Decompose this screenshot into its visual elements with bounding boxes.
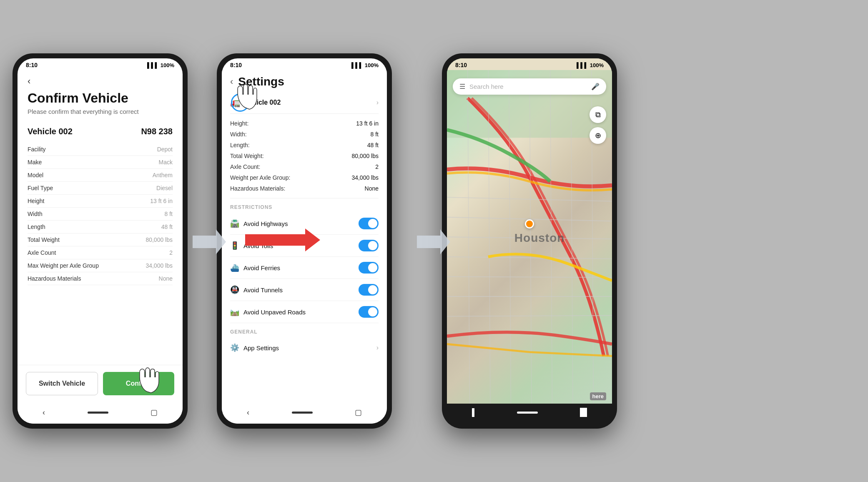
confirm-title: Confirm Vehicle	[28, 91, 173, 105]
mic-icon[interactable]: 🎤	[591, 83, 600, 90]
table-row: Max Weight per Axle Group 34,000 lbs	[28, 259, 173, 272]
status-time-2: 8:10	[230, 62, 242, 68]
phone-nav-1: ‹ ▢	[18, 404, 183, 424]
spec-value-hazmat: None	[365, 185, 379, 192]
table-row: Length 48 ft	[28, 221, 173, 233]
battery-icon-3: 100%	[590, 62, 604, 68]
hand-cursor-2	[233, 83, 263, 112]
nav-home-2	[292, 412, 313, 414]
table-row: Width 8 ft	[28, 208, 173, 221]
label-axle: Axle Count	[28, 249, 56, 256]
table-row: Make Mack	[28, 156, 173, 169]
app-settings-row[interactable]: ⚙️ App Settings ›	[230, 337, 379, 358]
spec-value-axle: 2	[375, 163, 379, 170]
label-avoid-tunnels: Avoid Tunnels	[243, 286, 283, 294]
spec-row-axlegroup: Weight per Axle Group: 34,000 lbs	[230, 172, 379, 183]
spec-row-width: Width: 8 ft	[230, 129, 379, 140]
chevron-appsettings: ›	[376, 344, 379, 351]
label-avoid-highways: Avoid Highways	[243, 220, 288, 227]
value-facility: Depot	[157, 146, 173, 153]
status-icons-3: ▌▌▌ 100%	[577, 62, 604, 68]
map-screen: ☰ Search here 🎤 ⧉ ⊕ Houston here	[447, 58, 612, 404]
map-layers-button[interactable]: ⧉	[590, 106, 606, 123]
nav-back-2[interactable]: ‹	[247, 408, 249, 417]
value-height: 13 ft 6 in	[150, 198, 173, 204]
signal-icon-1: ▌▌▌	[147, 62, 159, 68]
table-row: Model Anthem	[28, 169, 173, 182]
toggle-unpaved-left: 🛤️ Avoid Unpaved Roads	[230, 307, 306, 316]
spec-value-length: 48 ft	[367, 142, 379, 148]
unpaved-icon: 🛤️	[230, 307, 239, 316]
nav-home-1	[88, 412, 108, 414]
confirm-header: ‹ Confirm Vehicle Please confirm that ev…	[18, 70, 183, 118]
label-weight: Total Weight	[28, 236, 60, 243]
scene: 8:10 ▌▌▌ 100% ‹ Confirm Vehicle Please c…	[0, 0, 868, 482]
phone-nav-3: ‹ ▢	[447, 404, 612, 424]
nav-square-1[interactable]: ▢	[151, 408, 158, 417]
nav-square-3[interactable]: ▢	[580, 408, 587, 417]
search-input[interactable]: Search here	[469, 83, 587, 90]
toggle-ferries-switch[interactable]	[359, 262, 379, 274]
toggle-tunnels-left: 🚇 Avoid Tunnels	[230, 285, 283, 294]
nav-square-2[interactable]: ▢	[355, 408, 362, 417]
gear-icon: ⚙️	[230, 343, 239, 352]
toggle-tunnels-switch[interactable]	[359, 284, 379, 296]
status-bar-3: 8:10 ▌▌▌ 100%	[447, 58, 612, 70]
spec-row-weight: Total Weight: 80,000 lbs	[230, 151, 379, 161]
svg-line-7	[447, 316, 612, 316]
chevron-vehicle: ›	[376, 99, 379, 106]
toggle-unpaved-switch[interactable]	[359, 306, 379, 318]
nav-back-1[interactable]: ‹	[43, 408, 45, 417]
vehicle-id: N98 238	[141, 127, 173, 136]
label-length: Length	[28, 223, 45, 230]
value-weight: 80,000 lbs	[146, 236, 173, 243]
svg-line-4	[447, 257, 612, 259]
label-facility: Facility	[28, 146, 46, 153]
phone-confirm-screen: 8:10 ▌▌▌ 100% ‹ Confirm Vehicle Please c…	[18, 58, 183, 424]
map-location-button[interactable]: ⊕	[590, 127, 606, 144]
spec-label-axlegroup: Weight per Axle Group:	[230, 174, 290, 181]
layers-icon: ⧉	[595, 110, 601, 119]
svg-line-1	[447, 197, 612, 201]
specs-section: Height: 13 ft 6 in Width: 8 ft Length: 4…	[230, 114, 379, 198]
map-search-bar[interactable]: ☰ Search here 🎤	[453, 78, 606, 95]
vehicle-name: Vehicle 002	[28, 127, 73, 136]
status-time-1: 8:10	[26, 62, 38, 68]
arrow-2	[417, 229, 450, 254]
table-row: Total Weight 80,000 lbs	[28, 233, 173, 246]
switch-vehicle-button[interactable]: Switch Vehicle	[26, 372, 98, 395]
hamburger-icon[interactable]: ☰	[459, 83, 465, 90]
nav-back-3[interactable]: ‹	[472, 408, 474, 417]
status-time-3: 8:10	[455, 62, 467, 68]
spec-value-axlegroup: 34,000 lbs	[351, 174, 379, 181]
table-row: Axle Count 2	[28, 246, 173, 259]
toggle-highways-switch[interactable]	[359, 218, 379, 229]
value-axle: 2	[169, 249, 173, 256]
label-avoid-ferries: Avoid Ferries	[243, 264, 280, 271]
restrictions-label: RESTRICTIONS	[230, 198, 379, 213]
svg-line-5	[447, 276, 612, 277]
value-model: Anthem	[153, 172, 173, 178]
red-arrow-shape	[245, 228, 320, 251]
label-axle-group: Max Weight per Axle Group	[28, 262, 99, 269]
table-row: Fuel Type Diesel	[28, 182, 173, 195]
settings-back-button[interactable]: ‹	[230, 76, 233, 87]
app-settings-left: ⚙️ App Settings	[230, 343, 279, 352]
spec-row-height: Height: 13 ft 6 in	[230, 118, 379, 129]
location-dot	[525, 219, 534, 228]
toll-icon: 🚦	[230, 241, 239, 250]
spec-label-height: Height:	[230, 120, 248, 127]
ferry-icon: ⛴️	[230, 263, 239, 272]
signal-icon-2: ▌▌▌	[351, 62, 363, 68]
label-hazmat: Hazardous Materials	[28, 275, 81, 282]
spec-label-hazmat: Hazardous Materials:	[230, 185, 285, 192]
value-make: Mack	[159, 159, 173, 166]
nav-home-3	[517, 412, 538, 414]
value-axle-group: 34,000 lbs	[146, 262, 173, 269]
toggle-tolls-switch[interactable]	[359, 240, 379, 251]
city-label: Houston	[514, 231, 565, 245]
phone-confirm: 8:10 ▌▌▌ 100% ‹ Confirm Vehicle Please c…	[13, 53, 188, 429]
back-button-1[interactable]: ‹	[28, 77, 173, 86]
battery-icon-2: 100%	[365, 62, 379, 68]
phone-settings-screen: 8:10 ▌▌▌ 100% ‹ Settings	[222, 58, 387, 424]
